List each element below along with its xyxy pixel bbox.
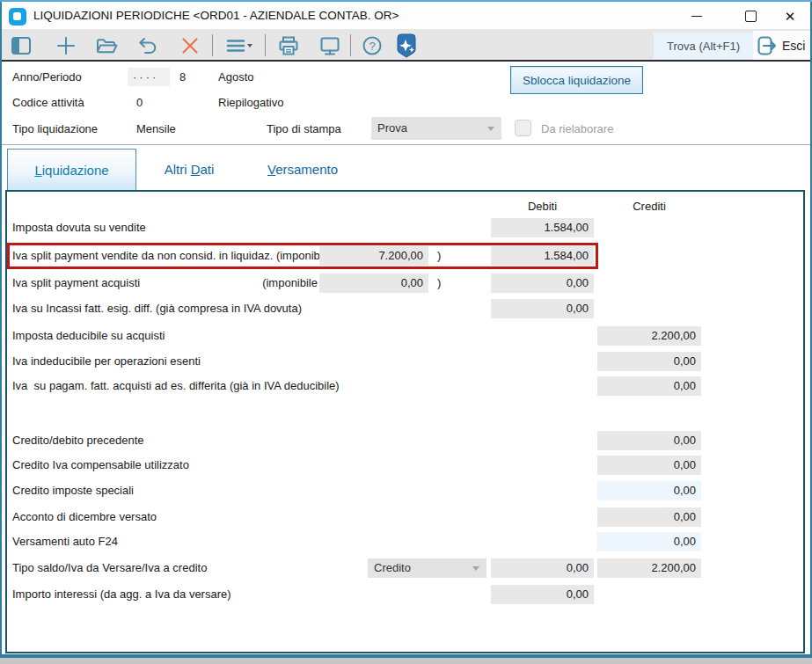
codice-attivita-desc: Riepilogativo bbox=[218, 96, 283, 109]
sblocca-liquidazione-button[interactable]: Sblocca liquidazione bbox=[510, 66, 643, 94]
imponibile-field: 0,00 bbox=[319, 274, 428, 293]
sparkle-badge-icon bbox=[394, 33, 419, 59]
chevron-down-icon bbox=[487, 127, 494, 131]
da-rielaborare-checkbox[interactable] bbox=[515, 120, 531, 136]
row-label: Acconto di dicembre versato bbox=[12, 507, 157, 527]
preview-button[interactable] bbox=[318, 33, 342, 58]
close-icon: ✕ bbox=[785, 10, 796, 23]
close-button[interactable]: ✕ bbox=[772, 2, 808, 30]
new-button[interactable] bbox=[54, 33, 78, 58]
tab-altri-dati[interactable]: Altri Dati bbox=[145, 149, 233, 190]
red-highlight-box bbox=[7, 243, 598, 269]
delete-x-icon bbox=[179, 34, 201, 57]
sidebar-icon bbox=[10, 34, 33, 57]
codice-attivita-label: Codice attività bbox=[12, 96, 84, 109]
tab-versamento[interactable]: Versamento bbox=[259, 149, 347, 190]
row-label: Iva su Incassi fatt. esig. diff. (già co… bbox=[12, 299, 302, 318]
crediti-field: 0,00 bbox=[597, 431, 701, 450]
row-label: Imposta dovuta su vendite bbox=[12, 218, 146, 237]
app-logo-icon bbox=[9, 8, 26, 26]
row-label: Credito Iva compensabile utilizzato bbox=[12, 456, 189, 475]
debiti-field: 0,00 bbox=[491, 274, 594, 293]
maximize-button[interactable] bbox=[733, 2, 768, 30]
crediti-field: 2.200,00 bbox=[597, 326, 701, 346]
tab-label: Versamento bbox=[267, 162, 338, 177]
exit-label: Esci bbox=[782, 39, 805, 53]
row-label: Iva su pagam. fatt. acquisti ad es. diff… bbox=[12, 376, 340, 396]
tipo-liquidazione-label: Tipo liquidazione bbox=[12, 122, 98, 135]
close-paren: ) bbox=[437, 274, 441, 293]
plus-icon bbox=[55, 34, 77, 57]
mese-value: Agosto bbox=[218, 70, 253, 84]
crediti-field: 2.200,00 bbox=[597, 558, 701, 578]
sidebar-toggle-button[interactable] bbox=[9, 33, 33, 58]
row-label: Credito imposte speciali bbox=[12, 481, 134, 500]
minimize-button[interactable] bbox=[679, 2, 714, 30]
crediti-field: 0,00 bbox=[597, 376, 701, 396]
undo-button[interactable] bbox=[135, 33, 160, 58]
tipo-stampa-select[interactable]: Prova bbox=[371, 117, 501, 140]
tipo-saldo-value: Credito bbox=[374, 561, 411, 574]
row-label: Imposta deducibile su acquisti bbox=[12, 326, 165, 346]
tab-liquidazione[interactable]: Liquidazione bbox=[7, 149, 136, 190]
print-button[interactable] bbox=[276, 33, 301, 58]
window-shadow-strip bbox=[0, 658, 812, 664]
toolbar-separator bbox=[350, 34, 351, 56]
debiti-field: 0,00 bbox=[491, 585, 594, 604]
maximize-icon bbox=[745, 11, 757, 22]
crediti-field: 0,00 bbox=[597, 456, 701, 475]
window-border-left bbox=[0, 2, 2, 654]
debiti-field: 0,00 bbox=[491, 299, 594, 318]
crediti-field[interactable]: 0,00 bbox=[597, 481, 701, 500]
anno-field[interactable]: ···· bbox=[128, 68, 170, 86]
row-label: Tipo saldo/Iva da Versare/Iva a credito bbox=[12, 558, 207, 578]
window-title: LIQUIDAZIONI PERIODICHE <ORD01 - AZIENDA… bbox=[33, 9, 399, 22]
chevron-down-icon bbox=[472, 566, 479, 571]
tipo-stampa-label: Tipo di stampa bbox=[267, 122, 341, 135]
row-label: Credito/debito precedente bbox=[12, 431, 144, 450]
assistant-button[interactable] bbox=[393, 33, 420, 58]
delete-button[interactable] bbox=[178, 33, 202, 58]
titlebar: LIQUIDAZIONI PERIODICHE <ORD01 - AZIENDA… bbox=[0, 0, 812, 29]
row-label: Iva split payment acquisti bbox=[12, 274, 140, 293]
crediti-field[interactable]: 0,00 bbox=[597, 532, 701, 551]
crediti-field: 0,00 bbox=[597, 352, 701, 371]
exit-button[interactable]: Esci bbox=[753, 31, 812, 60]
tab-strip: Liquidazione Altri Dati Versamento bbox=[0, 145, 812, 190]
folder-icon bbox=[95, 34, 118, 57]
debiti-field: 0,00 bbox=[491, 558, 594, 578]
row-label: Versamenti auto F24 bbox=[12, 532, 118, 551]
open-button[interactable] bbox=[94, 33, 119, 58]
toolbar-separator bbox=[212, 34, 213, 56]
hamburger-menu-icon bbox=[224, 34, 254, 57]
menu-button[interactable] bbox=[223, 33, 255, 58]
debiti-field: 1.584,00 bbox=[491, 218, 594, 237]
svg-text:?: ? bbox=[369, 40, 375, 53]
imponibile-label: (imponibile bbox=[230, 274, 318, 293]
tipo-stampa-value: Prova bbox=[377, 121, 407, 135]
find-shortcut[interactable]: Trova (Alt+F1) bbox=[654, 33, 753, 59]
da-rielaborare-label: Da rielaborare bbox=[541, 122, 613, 135]
exit-arrow-icon bbox=[757, 35, 778, 56]
help-button[interactable]: ? bbox=[360, 33, 384, 58]
debiti-column-header: Debiti bbox=[491, 200, 594, 213]
periodo-value: 8 bbox=[179, 70, 186, 84]
tab-label: Liquidazione bbox=[34, 163, 108, 178]
printer-icon bbox=[277, 34, 300, 57]
anno-periodo-label: Anno/Periodo bbox=[12, 70, 82, 84]
help-icon: ? bbox=[361, 34, 384, 57]
crediti-column-header: Crediti bbox=[597, 200, 701, 213]
monitor-icon bbox=[318, 34, 341, 57]
toolbar-separator bbox=[265, 34, 266, 56]
undo-arrow-icon bbox=[136, 34, 159, 57]
crediti-field: 0,00 bbox=[597, 507, 701, 527]
tab-label: Altri Dati bbox=[165, 162, 215, 177]
minimize-icon bbox=[691, 16, 702, 17]
codice-attivita-value: 0 bbox=[136, 96, 143, 109]
tipo-saldo-select[interactable]: Credito bbox=[368, 558, 486, 578]
row-label: Iva indeducibile per operazioni esenti bbox=[12, 352, 201, 371]
row-label: Importo interessi (da agg. a Iva da vers… bbox=[12, 585, 231, 604]
tipo-liquidazione-value: Mensile bbox=[136, 122, 176, 135]
app-window: LIQUIDAZIONI PERIODICHE <ORD01 - AZIENDA… bbox=[0, 0, 812, 664]
